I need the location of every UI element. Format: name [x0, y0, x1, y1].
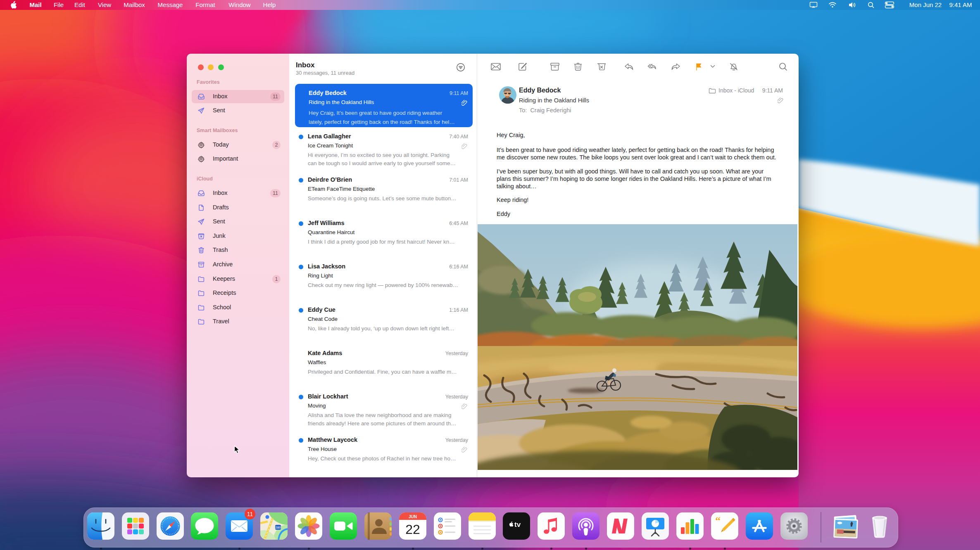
svg-text:tv: tv — [514, 521, 521, 529]
svg-text:“: “ — [715, 514, 721, 526]
svg-text:22: 22 — [405, 522, 420, 537]
svg-text:JUN: JUN — [409, 514, 417, 519]
svg-text:280: 280 — [275, 526, 281, 529]
